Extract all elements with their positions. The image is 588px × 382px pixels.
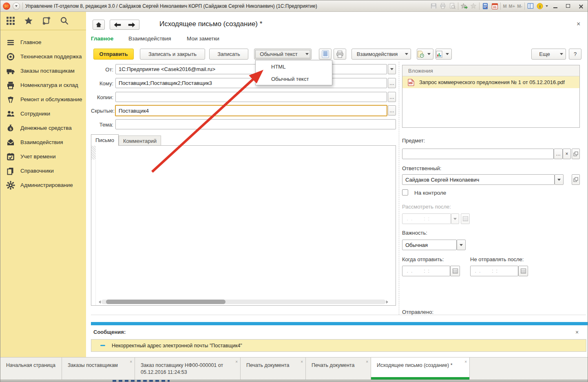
messages-splitter-bar[interactable] [91,322,588,325]
more-button[interactable]: Еще [531,49,566,60]
when-send-field[interactable]: . . : : [402,266,450,276]
menu-item-html[interactable]: HTML [256,60,332,73]
memory-plus-button[interactable]: M+ [509,4,515,9]
tab-start-page[interactable]: Начальная страница [0,358,62,380]
scrollbar-thumb[interactable] [106,300,225,304]
tab-outgoing-letter[interactable]: Исходящее письмо (создание) * × [371,358,470,380]
help-button[interactable]: ? [569,49,581,60]
journal-button[interactable] [319,49,332,60]
close-window-button[interactable] [575,2,586,10]
print-icon[interactable] [439,2,447,10]
close-tab-icon[interactable]: × [301,359,303,365]
back-button[interactable] [110,20,125,30]
add-favorite-icon[interactable] [460,2,468,10]
main-menu-button[interactable] [13,2,20,10]
close-tab-icon[interactable]: × [235,359,238,365]
panel-splitter[interactable] [399,62,399,315]
on-control-checkbox[interactable] [402,189,408,195]
sidebar-item-time[interactable]: Учет времени [0,149,86,164]
sidebar-item-employees[interactable]: Сотрудники [0,107,86,121]
scroll-left-arrow-icon[interactable] [97,300,101,304]
tab-print-document-2[interactable]: Печать документа × [306,358,371,380]
tab-supplier-orders[interactable]: Заказы поставщикам × [62,358,135,380]
close-tab-icon[interactable]: × [464,359,467,365]
create-based-on-button[interactable] [417,49,433,60]
attachment-item[interactable]: PDF Запрос коммерческого предложения № 1… [402,76,579,88]
print-letter-button[interactable] [334,49,346,60]
subject-matter-field[interactable] [402,149,554,159]
sidebar-item-repair[interactable]: Ремонт и обслуживание [0,92,86,107]
message-row[interactable]: Некорректный адрес электронной почты "По… [91,339,586,352]
responsible-open-button[interactable] [572,174,580,185]
bcc-select-button[interactable]: … [388,105,396,115]
responsible-field[interactable]: Сайдаков Сергей Николаевич [402,174,555,185]
sidebar-item-money[interactable]: $ Денежные средства [0,121,86,135]
close-messages-button[interactable]: × [575,329,579,335]
send-button[interactable]: Отправить [93,49,134,60]
when-send-calendar-button[interactable] [450,266,460,276]
to-field[interactable]: Поставщик1;Поставщик2;Поставщик3 [115,78,387,88]
close-tab-icon[interactable]: × [366,359,368,365]
responsible-dropdown-button[interactable] [555,174,564,185]
cc-field[interactable] [115,92,387,102]
subject-matter-open-button[interactable] [572,149,580,159]
scrollbar-track[interactable] [101,300,386,304]
favorites-icon[interactable] [470,2,477,10]
save-icon[interactable] [430,2,437,10]
sidebar-item-interactions[interactable]: Взаимодействия [0,135,86,149]
sidebar-item-main[interactable]: Главное [0,35,86,49]
save-and-close-button[interactable]: Записать и закрыть [140,49,205,60]
reports-button[interactable] [435,49,452,60]
sidebar-item-references[interactable]: Справочники [0,164,86,178]
close-tab-icon[interactable]: × [130,359,132,365]
not-send-after-calendar-button[interactable] [518,266,528,276]
tab-interactions[interactable]: Взаимодействия [128,36,171,42]
subject-field[interactable] [115,119,396,129]
calculator-icon[interactable] [482,2,489,10]
tab-supplier-order-doc[interactable]: Заказ поставщику НФ00-000001 от 05.12.20… [135,358,241,380]
home-button[interactable] [93,20,105,30]
scroll-right-arrow-icon[interactable] [386,300,390,304]
importance-field[interactable]: Обычная [402,240,457,250]
sidebar-item-nomenclature[interactable]: Номенклатура и склад [0,78,86,92]
menu-item-plain-text[interactable]: Обычный текст [256,73,332,85]
search-icon[interactable] [58,15,71,27]
sidebar-item-support[interactable]: Техническая поддержка [0,49,86,64]
cc-select-button[interactable]: … [388,92,396,102]
tab-letter-body[interactable]: Письмо [91,134,119,146]
subject-matter-clear-button[interactable]: × [563,149,571,159]
importance-dropdown-button[interactable] [457,240,466,250]
tab-my-notes[interactable]: Мои заметки [187,36,219,42]
tab-print-document-1[interactable]: Печать документа × [241,358,306,380]
from-field[interactable]: 1С:Предприятие <Casek2016@mail.ru> [115,64,387,74]
minimize-button[interactable] [550,2,561,10]
forward-button[interactable] [124,20,139,30]
split-window-icon[interactable] [527,2,534,10]
tab-main[interactable]: Главное [91,36,113,42]
tab-comment[interactable]: Комментарий [119,135,161,146]
sidebar-item-supplier-orders[interactable]: Заказы поставщикам [0,64,86,78]
letter-body-editor[interactable] [91,145,396,306]
save-button[interactable]: Записать [209,49,248,60]
not-send-after-field[interactable]: . . : : [470,266,518,276]
from-dropdown-button[interactable] [388,64,396,74]
format-selector-button[interactable]: Обычный текст [254,49,312,60]
maximize-button[interactable] [563,2,573,10]
favorites-star-icon[interactable] [22,15,35,27]
chevron-down-icon[interactable] [546,5,548,8]
memory-minus-button[interactable]: M- [517,4,522,9]
bcc-field[interactable]: Поставщик4 [115,105,387,116]
history-scroll-icon[interactable] [40,15,53,27]
print-preview-icon[interactable] [449,2,456,10]
interactions-menu-button[interactable]: Взаимодействия [351,49,411,60]
horizontal-scrollbar[interactable] [97,300,390,304]
memory-recall-button[interactable]: M [503,4,506,9]
to-select-button[interactable]: … [388,78,396,88]
subject-matter-select-button[interactable]: … [554,149,563,159]
close-form-button[interactable]: × [577,21,580,27]
info-button[interactable]: i [536,2,544,10]
sidebar-item-administration[interactable]: Администрирование [0,178,86,192]
calendar-icon[interactable]: 31 [491,2,498,10]
chevron-down-icon [15,5,18,8]
apps-grid-icon[interactable] [4,15,17,27]
